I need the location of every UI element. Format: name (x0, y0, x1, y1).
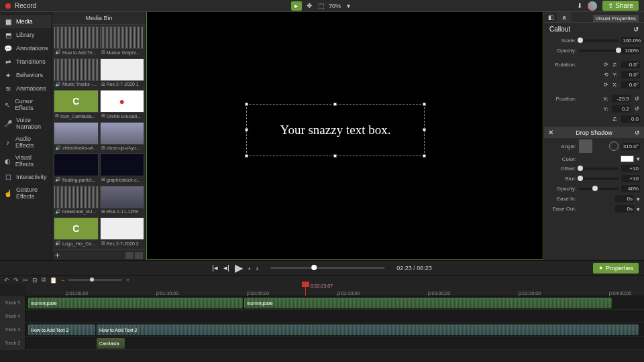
media-item[interactable]: C⊞Icon_Camtasia... (54, 90, 99, 121)
play-button-icon[interactable]: ▶ (235, 261, 243, 274)
step-back-icon[interactable]: ◂| (223, 263, 229, 272)
sidebar-item-audio-effects[interactable]: ♪Audio Effects (0, 133, 52, 152)
crop-tool-icon[interactable]: ⬚ (317, 1, 326, 11)
angle-value[interactable]: 315.0° (621, 143, 640, 150)
timeline-clip[interactable]: morningcafe (244, 298, 612, 308)
split-icon[interactable]: ⊟ (32, 277, 38, 284)
sidebar-item-library[interactable]: ⬒Library (0, 28, 52, 42)
record-button[interactable]: Record (15, 2, 36, 9)
sidebar-item-animations[interactable]: ≋Animations (0, 82, 52, 95)
sidebar-item-transitions[interactable]: ⇄Transitions (0, 55, 52, 68)
resize-handle[interactable] (245, 154, 248, 158)
track-content[interactable]: Camtasia (25, 337, 644, 349)
sidebar-item-visual-effects[interactable]: ◐Visual Effects (0, 152, 52, 170)
pointer-tool-icon[interactable]: ▸ (291, 1, 302, 11)
position-x-value[interactable]: -29.5 (612, 95, 631, 103)
easeout-value[interactable]: 0s (615, 205, 634, 213)
text-props-tab-icon[interactable]: a (557, 12, 571, 22)
media-item[interactable]: ⊞close-up-of-yo... (100, 122, 145, 153)
zoom-dropdown-icon[interactable]: ▾ (343, 1, 353, 11)
angle-picker[interactable] (579, 139, 592, 153)
rotation-y-value[interactable]: 0.0° (621, 71, 640, 78)
angle-dial-icon[interactable] (609, 141, 619, 151)
media-item[interactable]: 🔊floating-particl... (54, 154, 99, 184)
timeline-clip[interactable]: Camtasia (97, 338, 125, 349)
redo-icon[interactable]: ↷ (13, 277, 19, 284)
timeline-clip[interactable]: morningcafe (28, 298, 243, 308)
track-label[interactable]: Track 3 (0, 323, 25, 336)
track-content[interactable]: How to Add Text 2How to Add Text 2 (25, 323, 644, 336)
chevron-down-icon[interactable]: ▾ (637, 206, 640, 213)
opacity-slider[interactable] (579, 50, 619, 52)
visual-props-tab-icon[interactable]: ◧ (544, 12, 557, 22)
resize-handle[interactable] (333, 103, 337, 106)
sidebar-item-behaviors[interactable]: ✦Behaviors (0, 68, 52, 82)
add-media-button[interactable]: + (55, 251, 60, 260)
offset-value[interactable]: +10 (621, 165, 640, 172)
zoom-in-icon[interactable]: + (126, 277, 129, 284)
track-label[interactable]: Track 4 (0, 310, 25, 322)
rotation-x-value[interactable]: 0.0° (621, 81, 640, 88)
zoom-level[interactable]: 70% (329, 3, 341, 9)
ds-opacity-value[interactable]: 40% (621, 185, 640, 192)
resize-handle[interactable] (423, 154, 426, 158)
sidebar-item-voice-narration[interactable]: 🎤Voice Narration (0, 114, 52, 133)
media-item[interactable]: ⊞graphicstock-c... (100, 154, 145, 184)
resize-handle[interactable] (245, 128, 248, 131)
opacity-value[interactable]: 100% (621, 47, 640, 54)
rotate-y-icon[interactable]: ⟲ (602, 72, 609, 78)
media-item[interactable]: ●⊞Online Educati... (100, 90, 145, 121)
properties-button[interactable]: ✦ Properties (593, 263, 639, 274)
reset-icon[interactable]: ↺ (633, 96, 640, 103)
avatar[interactable] (588, 1, 597, 11)
reset-icon[interactable]: ↺ (635, 129, 640, 136)
reset-icon[interactable]: ↺ (633, 25, 639, 33)
download-icon[interactable]: ⬇ (577, 2, 582, 9)
canvas[interactable]: Your snazzy text box. (146, 12, 543, 260)
media-item[interactable]: 🔊How to Add Te... (54, 26, 99, 57)
next-icon[interactable]: › (256, 264, 259, 272)
rotate-z-icon[interactable]: ⟳ (602, 62, 609, 68)
media-item[interactable]: 🔊breakbeat_MJ... (54, 186, 99, 217)
rotate-x-icon[interactable]: ⟳ (602, 82, 609, 88)
share-button[interactable]: ⇪ Share (602, 1, 639, 11)
position-z-value[interactable]: 0.0 (621, 115, 640, 123)
blur-value[interactable]: +10 (621, 175, 640, 182)
timeline-zoom-slider[interactable] (68, 279, 122, 281)
callout-text[interactable]: Your snazzy text box. (280, 123, 391, 137)
media-item[interactable]: 🔊videoblocks-wi... (54, 122, 99, 153)
copy-icon[interactable]: ⧉ (42, 276, 46, 284)
list-view-icon[interactable] (135, 252, 143, 259)
offset-slider[interactable] (579, 168, 619, 170)
easein-value[interactable]: 0s (615, 195, 634, 202)
rotation-z-value[interactable]: 0.0° (621, 61, 640, 68)
track-content[interactable] (25, 310, 644, 322)
timeline-clip[interactable]: How to Add Text 2 (28, 324, 95, 335)
sidebar-item-annotations[interactable]: 💬Annotations (0, 42, 52, 55)
grid-view-icon[interactable] (125, 252, 133, 259)
track-label[interactable]: Track 2 (0, 337, 25, 349)
undo-icon[interactable]: ↶ (4, 277, 9, 284)
close-icon[interactable]: ✕ (548, 129, 553, 136)
scale-value[interactable]: 100.0% (621, 37, 640, 44)
zoom-out-icon[interactable]: − (61, 277, 64, 284)
resize-handle[interactable] (423, 128, 426, 131)
sidebar-item-media[interactable]: ▦Media (0, 15, 52, 28)
resize-handle[interactable] (333, 154, 337, 158)
media-item[interactable]: 🔊Music Tracks -... (54, 58, 99, 89)
skip-start-icon[interactable]: |◂ (212, 263, 218, 272)
position-y-value[interactable]: 0.2 (612, 105, 631, 113)
media-item[interactable]: ⊞Rec 2-7-2020 2 (100, 217, 145, 248)
drop-shadow-section[interactable]: ✕ Drop Shadow ↺ (544, 127, 644, 138)
timeline-clip[interactable]: How to Add Text 2 (97, 324, 639, 335)
resize-handle[interactable] (423, 103, 426, 106)
prev-icon[interactable]: ‹ (248, 264, 251, 272)
chevron-down-icon[interactable]: ▾ (637, 196, 640, 202)
playhead[interactable]: 0:02:23;07 (305, 284, 306, 296)
scrubber[interactable] (270, 267, 384, 269)
paste-icon[interactable]: 📋 (50, 277, 57, 284)
color-swatch[interactable] (621, 156, 634, 162)
sidebar-item-cursor-effects[interactable]: ↖Cursor Effects (0, 95, 52, 114)
media-item[interactable]: C🔊Logo_Hrz_Ca... (54, 217, 99, 248)
time-ruler[interactable]: 0:02:23;07 0:01:00;000:01:30;000:02:00;0… (25, 284, 644, 296)
